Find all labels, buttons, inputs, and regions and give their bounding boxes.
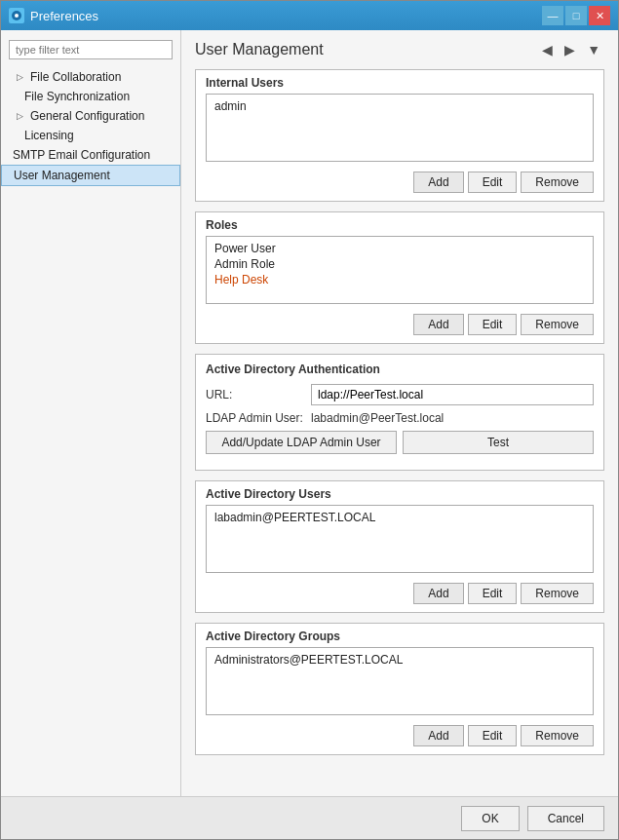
sidebar-label-user-management: User Management (14, 169, 110, 182)
ad-users-edit-button[interactable]: Edit (468, 583, 518, 604)
ad-auth-title: Active Directory Authentication (206, 363, 594, 376)
footer: OK Cancel (1, 796, 618, 839)
nav-back-button[interactable]: ◀ (538, 40, 557, 59)
roles-edit-button[interactable]: Edit (468, 314, 518, 335)
sidebar-label-file-synchronization: File Synchronization (24, 90, 130, 103)
internal-users-section: Internal Users admin Add Edit Remove (195, 69, 604, 202)
url-label: URL: (206, 388, 303, 401)
nav-controls: ◀ ▶ ▼ (538, 40, 604, 59)
internal-users-add-button[interactable]: Add (413, 172, 463, 193)
sidebar-item-smtp-email[interactable]: SMTP Email Configuration (1, 145, 180, 165)
app-icon (9, 8, 24, 23)
roles-remove-button[interactable]: Remove (521, 314, 594, 335)
main-content: ▷ File Collaboration File Synchronizatio… (1, 30, 618, 796)
ldap-admin-value: labadmin@PeerTest.local (311, 411, 444, 425)
sidebar-label-general-configuration: General Configuration (30, 109, 144, 123)
ldap-admin-field-row: LDAP Admin User: labadmin@PeerTest.local (206, 411, 594, 425)
roles-list[interactable]: Power User Admin Role Help Desk (206, 236, 594, 304)
page-title: User Management (195, 41, 324, 58)
internal-users-list[interactable]: admin (206, 94, 594, 162)
list-item: Administrators@PEERTEST.LOCAL (213, 652, 587, 668)
sidebar-item-file-synchronization[interactable]: File Synchronization (1, 87, 180, 106)
cancel-button[interactable]: Cancel (527, 806, 604, 831)
maximize-button[interactable]: □ (565, 6, 587, 25)
ad-users-section: Active Directory Users labadmin@PEERTEST… (195, 480, 604, 613)
ldap-btn-row: Add/Update LDAP Admin User Test (206, 431, 594, 454)
preferences-window: Preferences — □ ✕ ▷ File Collaboration F… (0, 0, 619, 840)
sidebar-label-file-collaboration: File Collaboration (30, 70, 121, 84)
ad-users-title: Active Directory Users (196, 481, 603, 505)
list-item: labadmin@PEERTEST.LOCAL (213, 510, 587, 525)
internal-users-title: Internal Users (196, 70, 603, 94)
roles-add-button[interactable]: Add (413, 314, 463, 335)
nav-forward-button[interactable]: ▶ (561, 40, 579, 59)
expand-icon-general: ▷ (17, 111, 26, 121)
internal-users-remove-button[interactable]: Remove (521, 172, 594, 193)
nav-dropdown-button[interactable]: ▼ (583, 40, 604, 59)
ad-users-btn-row: Add Edit Remove (196, 579, 603, 612)
title-bar: Preferences — □ ✕ (1, 1, 618, 30)
list-item: Help Desk (213, 272, 587, 287)
content-area: User Management ◀ ▶ ▼ Internal Users adm… (181, 30, 618, 796)
internal-users-btn-row: Add Edit Remove (196, 168, 603, 201)
internal-users-edit-button[interactable]: Edit (468, 172, 518, 193)
sidebar: ▷ File Collaboration File Synchronizatio… (1, 30, 181, 796)
ad-groups-section: Active Directory Groups Administrators@P… (195, 623, 604, 755)
sidebar-item-general-configuration[interactable]: ▷ General Configuration (1, 106, 180, 126)
sidebar-item-licensing[interactable]: Licensing (1, 126, 180, 145)
roles-section: Roles Power User Admin Role Help Desk Ad… (195, 211, 604, 344)
close-button[interactable]: ✕ (589, 6, 610, 25)
sidebar-label-smtp-email: SMTP Email Configuration (13, 148, 150, 162)
ad-auth-section: Active Directory Authentication URL: LDA… (195, 354, 604, 471)
ad-groups-edit-button[interactable]: Edit (468, 725, 518, 746)
list-item: admin (213, 98, 587, 114)
expand-icon: ▷ (17, 72, 26, 82)
title-bar-left: Preferences (9, 8, 98, 23)
window-controls: — □ ✕ (542, 6, 610, 25)
content-header: User Management ◀ ▶ ▼ (195, 40, 604, 59)
ad-users-remove-button[interactable]: Remove (521, 583, 594, 604)
url-input[interactable] (311, 384, 594, 405)
list-item: Power User (213, 241, 587, 256)
roles-title: Roles (196, 212, 603, 236)
ad-groups-add-button[interactable]: Add (413, 725, 463, 746)
window-title: Preferences (30, 9, 98, 23)
url-field-row: URL: (206, 384, 594, 405)
ad-users-add-button[interactable]: Add (413, 583, 463, 604)
ok-button[interactable]: OK (461, 806, 519, 831)
ad-groups-title: Active Directory Groups (196, 624, 603, 647)
ad-groups-list[interactable]: Administrators@PEERTEST.LOCAL (206, 647, 594, 715)
add-update-ldap-button[interactable]: Add/Update LDAP Admin User (206, 431, 397, 454)
sidebar-label-licensing: Licensing (24, 129, 74, 142)
roles-btn-row: Add Edit Remove (196, 310, 603, 343)
svg-point-1 (15, 14, 19, 18)
ad-groups-remove-button[interactable]: Remove (521, 725, 594, 746)
sidebar-item-user-management[interactable]: User Management (1, 165, 180, 186)
minimize-button[interactable]: — (542, 6, 563, 25)
ad-groups-btn-row: Add Edit Remove (196, 721, 603, 754)
ldap-admin-label: LDAP Admin User: (206, 411, 303, 425)
list-item: Admin Role (213, 256, 587, 272)
filter-input[interactable] (9, 40, 173, 59)
test-ldap-button[interactable]: Test (403, 431, 594, 454)
ad-users-list[interactable]: labadmin@PEERTEST.LOCAL (206, 505, 594, 573)
sidebar-item-file-collaboration[interactable]: ▷ File Collaboration (1, 67, 180, 87)
